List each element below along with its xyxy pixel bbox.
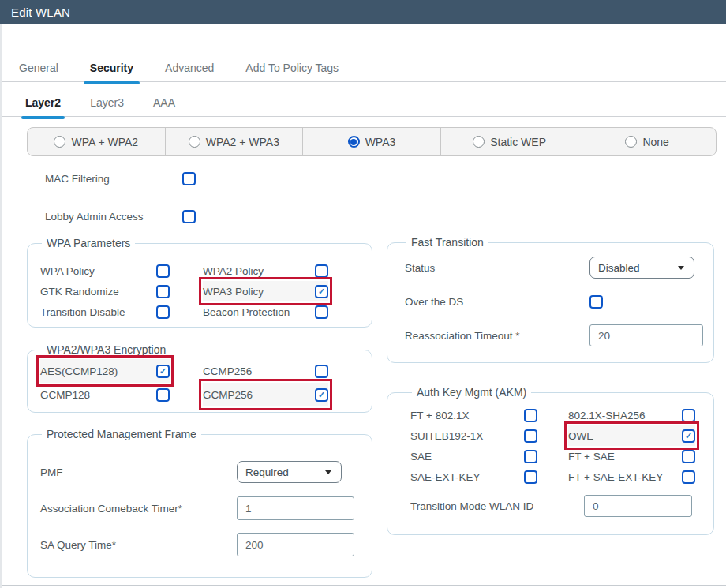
ft-sae-ext-key-label: FT + SAE-EXT-KEY	[568, 471, 682, 483]
pmf-select[interactable]: Required	[237, 461, 342, 483]
ft-802-1x-checkbox[interactable]	[524, 409, 537, 422]
association-comeback-timer-label: Association Comeback Timer*	[40, 503, 237, 515]
gcmp256-option: GCMP256	[203, 383, 328, 406]
gtk-randomize-checkbox[interactable]	[156, 285, 170, 298]
ft-802-1x-option: FT + 802.1X	[410, 405, 537, 425]
security-mode-wpa3[interactable]: WPA3	[303, 128, 441, 155]
chevron-down-icon	[678, 266, 684, 270]
fast-transition-status-value: Disabled	[598, 262, 640, 274]
mac-filtering-checkbox[interactable]	[182, 172, 196, 185]
reassociation-timeout-row: Reassociation Timeout *	[405, 324, 704, 346]
wpa-policy-checkbox[interactable]	[156, 264, 170, 278]
static-wep-radio[interactable]	[473, 136, 485, 148]
wpa-parameters-legend: WPA Parameters	[42, 237, 135, 249]
wpa3-radio-label: WPA3	[365, 136, 396, 148]
fast-transition-status-row: Status Disabled	[405, 257, 704, 279]
sae-ext-key-option: SAE-EXT-KEY	[410, 466, 537, 487]
layer2-security-mode-group: WPA + WPA2WPA2 + WPA3WPA3Static WEPNone	[27, 127, 717, 156]
main-tabs: GeneralSecurityAdvancedAdd To Policy Tag…	[2, 61, 726, 82]
lobby-admin-access-checkbox[interactable]	[182, 210, 196, 223]
sa-query-time-row: SA Query Time*	[40, 534, 362, 556]
none-radio[interactable]	[625, 136, 637, 148]
wpa3-radio[interactable]	[348, 136, 360, 148]
security-subtabs: Layer2Layer3AAA	[2, 96, 726, 117]
ft-sae-ext-key-option: FT + SAE-EXT-KEY	[568, 466, 695, 487]
aes-ccmp128-checkbox[interactable]	[156, 365, 170, 378]
transition-mode-wlan-id-label: Transition Mode WLAN ID	[410, 500, 584, 512]
transition-disable-checkbox[interactable]	[156, 305, 170, 319]
dialog-bottom-divider	[2, 585, 726, 586]
transition-disable-option: Transition Disable	[40, 301, 170, 322]
lobby-admin-access-row: Lobby Admin Access	[45, 210, 196, 223]
subtab-layer2[interactable]: Layer2	[25, 96, 61, 117]
over-the-ds-row: Over the DS	[405, 290, 704, 313]
wpa2-wpa3-radio-label: WPA2 + WPA3	[206, 136, 279, 148]
ft-802-1x-label: FT + 802.1X	[410, 410, 524, 421]
dialog-body: GeneralSecurityAdvancedAdd To Policy Tag…	[0, 24, 726, 588]
beacon-protection-option: Beacon Protection	[203, 301, 328, 322]
aes-ccmp128-label: AES(CCMP128)	[40, 365, 156, 377]
ft-sae-checkbox[interactable]	[682, 450, 695, 463]
sae-ext-key-label: SAE-EXT-KEY	[410, 471, 524, 483]
wpa3-policy-label: WPA3 Policy	[203, 286, 315, 298]
beacon-protection-checkbox[interactable]	[315, 305, 328, 319]
wpa-policy-option: WPA Policy	[40, 260, 170, 281]
over-the-ds-label: Over the DS	[405, 296, 589, 308]
wpa2-policy-option: WPA2 Policy	[203, 260, 328, 281]
status-label: Status	[405, 262, 589, 274]
ccmp256-option: CCMP256	[203, 359, 328, 383]
over-the-ds-checkbox[interactable]	[589, 295, 603, 309]
security-mode-wpa2-wpa3[interactable]: WPA2 + WPA3	[166, 128, 304, 155]
association-comeback-timer-input[interactable]	[237, 496, 354, 520]
wpa-parameters-grid: WPA PolicyWPA2 PolicyGTK RandomizeWPA3 P…	[40, 260, 362, 322]
transition-mode-wlan-id-row: Transition Mode WLAN ID	[410, 495, 704, 517]
akm-legend: Auth Key Mgmt (AKM)	[412, 386, 531, 399]
wpa-policy-label: WPA Policy	[40, 265, 156, 277]
security-mode-none[interactable]: None	[578, 128, 716, 155]
aes-ccmp128-option: AES(CCMP128)	[40, 359, 170, 383]
sae-checkbox[interactable]	[524, 450, 537, 463]
pmf-mode-row: PMF Required	[40, 461, 362, 483]
static-wep-radio-label: Static WEP	[490, 136, 546, 148]
subtab-layer3[interactable]: Layer3	[90, 96, 124, 117]
gcmp256-label: GCMP256	[203, 389, 315, 401]
wpa2-policy-label: WPA2 Policy	[203, 265, 315, 277]
gtk-randomize-option: GTK Randomize	[40, 281, 170, 301]
security-mode-wpa-wpa2[interactable]: WPA + WPA2	[28, 128, 166, 155]
sa-query-time-input[interactable]	[237, 533, 354, 556]
wpa2-wpa3-encryption-section: WPA2/WPA3 Encryption AES(CCMP128)CCMP256…	[27, 343, 372, 413]
fast-transition-section: Fast Transition Status Disabled Over the…	[387, 236, 714, 363]
owe-option: OWE	[568, 425, 695, 446]
encryption-legend: WPA2/WPA3 Encryption	[42, 343, 170, 356]
802-1x-sha256-checkbox[interactable]	[682, 409, 695, 422]
suiteb192-1x-checkbox[interactable]	[524, 429, 537, 443]
gcmp256-checkbox[interactable]	[315, 388, 328, 402]
tab-general[interactable]: General	[19, 62, 58, 82]
transition-mode-wlan-id-input[interactable]	[584, 495, 692, 517]
wpa2-policy-checkbox[interactable]	[315, 264, 328, 278]
wpa2-wpa3-radio[interactable]	[189, 136, 200, 148]
transition-disable-label: Transition Disable	[40, 306, 156, 318]
wpa-wpa2-radio[interactable]	[54, 136, 65, 148]
wpa-parameters-section: WPA Parameters WPA PolicyWPA2 PolicyGTK …	[27, 237, 372, 328]
gcmp128-checkbox[interactable]	[156, 388, 170, 402]
subtab-aaa[interactable]: AAA	[153, 96, 175, 117]
akm-grid: FT + 802.1X802.1X-SHA256SUITEB192-1XOWES…	[410, 405, 704, 487]
security-mode-static-wep[interactable]: Static WEP	[441, 128, 579, 155]
mac-filtering-label: MAC Filtering	[45, 173, 182, 185]
gtk-randomize-label: GTK Randomize	[40, 286, 156, 298]
fast-transition-status-select[interactable]: Disabled	[589, 257, 694, 279]
802-1x-sha256-option: 802.1X-SHA256	[568, 405, 695, 425]
tab-advanced[interactable]: Advanced	[165, 62, 214, 82]
ccmp256-checkbox[interactable]	[315, 365, 328, 378]
tab-add-to-policy-tags[interactable]: Add To Policy Tags	[245, 62, 339, 82]
chevron-down-icon	[325, 470, 331, 474]
owe-checkbox[interactable]	[682, 429, 695, 443]
sae-ext-key-checkbox[interactable]	[524, 470, 537, 484]
tab-security[interactable]: Security	[90, 62, 133, 82]
lobby-admin-access-label: Lobby Admin Access	[45, 211, 182, 223]
wpa3-policy-checkbox[interactable]	[315, 285, 328, 298]
ft-sae-ext-key-checkbox[interactable]	[682, 470, 695, 484]
sae-label: SAE	[410, 451, 524, 463]
reassociation-timeout-input[interactable]	[589, 324, 703, 346]
